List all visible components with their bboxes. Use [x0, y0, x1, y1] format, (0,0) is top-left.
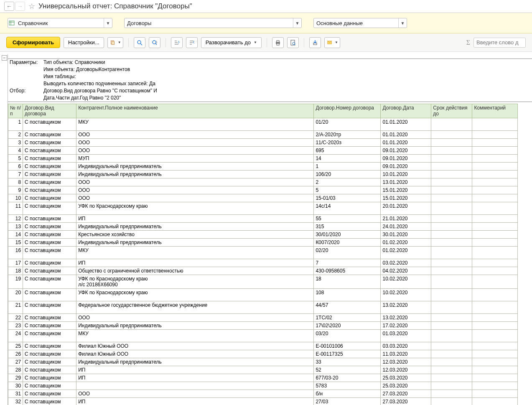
svg-line-6 [140, 43, 142, 45]
cell-type: С поставщиком [23, 147, 76, 155]
cell-counterparty: Филиал Южный ООО [76, 342, 314, 350]
table-row[interactable]: 2С поставщикомООО2/А-2020тр01.01.2020 [8, 131, 518, 139]
col-date[interactable]: Договор.Дата [381, 104, 431, 118]
svg-rect-16 [277, 41, 279, 42]
table-row[interactable]: 15С поставщикомИндивидуальный предприним… [8, 239, 518, 247]
chevron-down-icon[interactable]: ▼ [104, 18, 112, 28]
generate-button[interactable]: Сформировать [6, 37, 60, 48]
table-row[interactable]: 32С поставщикомИП27/0327.03.2020 [8, 398, 518, 405]
cell-counterparty: УФК по Краснодарскому краю [76, 289, 314, 301]
cell-counterparty: ИП [76, 398, 314, 405]
clipboard-icon [110, 40, 115, 46]
cell-contract-number: 55 [314, 215, 381, 223]
cell-comment [472, 171, 518, 178]
cell-date: 12.03.2020 [381, 358, 431, 366]
chevron-down-icon[interactable]: ▼ [293, 18, 301, 28]
table-row[interactable]: 19С поставщикомУФК по Краснодарскому кра… [8, 275, 518, 289]
search-input[interactable] [473, 38, 526, 48]
select-value: Справочник [15, 20, 104, 26]
expand-groups-button[interactable] [171, 37, 183, 48]
table-row[interactable]: 27С поставщикомИндивидуальный предприним… [8, 358, 518, 366]
col-type[interactable]: Договор.Вид договора [23, 104, 76, 118]
collapse-groups-button[interactable] [186, 37, 198, 48]
table-row[interactable]: 23С поставщикомИндивидуальный предприним… [8, 322, 518, 330]
preview-button[interactable] [287, 37, 299, 48]
cell-type: С поставщиком [23, 215, 76, 223]
table-row[interactable]: 13С поставщикомИндивидуальный предприним… [8, 223, 518, 231]
cell-contract-number: 1ТС/02 [314, 314, 381, 322]
col-comment[interactable]: Комментарий [472, 104, 518, 118]
table-name-select[interactable]: Основные данные ▼ [313, 18, 407, 28]
variants-button[interactable]: ▼ [107, 37, 123, 48]
table-row[interactable]: 11С поставщикомУФК по Краснодарскому кра… [8, 202, 518, 215]
cell-date: 21.01.2020 [381, 215, 431, 223]
send-button[interactable]: ▼ [324, 37, 340, 48]
table-row[interactable]: 18С поставщикомОбщество с ограниченной о… [8, 267, 518, 275]
cell-comment [472, 223, 518, 231]
save-button[interactable] [309, 37, 321, 48]
forward-button[interactable]: → [15, 2, 25, 11]
find-next-button[interactable] [149, 37, 160, 48]
table-row[interactable]: 3С поставщикомООО11/С-2020з01.01.2020 [8, 139, 518, 147]
collapse-icon [189, 40, 195, 46]
col-contract-number[interactable]: Договор.Номер договора [314, 104, 381, 118]
table-row[interactable]: 21С поставщикомФедеральное государственн… [8, 301, 518, 314]
cell-validity [431, 382, 472, 390]
table-row[interactable]: 14С поставщикомКрестьянское хозяйство30/… [8, 231, 518, 239]
object-type-select[interactable]: Справочник ▼ [8, 18, 112, 28]
find-button[interactable] [134, 37, 145, 48]
cell-contract-number: Е-00117325 [314, 350, 381, 358]
table-row[interactable]: 20С поставщикомУФК по Краснодарскому кра… [8, 289, 518, 301]
table-row[interactable]: 12С поставщикомИП5521.01.2020 [8, 215, 518, 223]
back-button[interactable]: ← [4, 2, 14, 11]
cell-counterparty: МУП [76, 155, 314, 163]
cell-comment [472, 374, 518, 382]
table-row[interactable]: 22С поставщикомООО1ТС/0213.02.2020 [8, 314, 518, 322]
table-row[interactable]: 30С поставщиком578325.03.2020 [8, 382, 518, 390]
table-row[interactable]: 24С поставщикомМКУ03/2001.03.2020 [8, 330, 518, 342]
cell-counterparty: ИП [76, 215, 314, 223]
settings-button[interactable]: Настройки... [64, 37, 104, 48]
table-row[interactable]: 9С поставщикомООО515.01.2020 [8, 186, 518, 194]
table-row[interactable]: 8С поставщикомООО213.01.2020 [8, 178, 518, 186]
table-row[interactable]: 4С поставщикомООО69509.01.2020 [8, 147, 518, 155]
table-row[interactable]: 10С поставщикомООО15-01/0315.01.2020 [8, 194, 518, 202]
table-row[interactable]: 1С поставщикомМКУ01/2001.01.2020 [8, 118, 518, 131]
cell-number: 4 [8, 147, 23, 155]
outline-column: − [2, 54, 8, 405]
table-row[interactable]: 6С поставщикомИндивидуальный предпринима… [8, 163, 518, 171]
cell-type: С поставщиком [23, 239, 76, 247]
cell-validity [431, 139, 472, 147]
cell-counterparty: Федеральное государственное бюджетное уч… [76, 301, 314, 314]
cell-comment [472, 118, 518, 131]
cell-comment [472, 398, 518, 405]
cell-contract-number: 14 [314, 155, 381, 163]
table-row[interactable]: 17С поставщикомИП703.02.2020 [8, 259, 518, 267]
table-row[interactable]: 16С поставщикомМКУ02/2001.02.2020 [8, 247, 518, 259]
table-row[interactable]: 25С поставщикомФилиал Южный ОООЕ-0010100… [8, 342, 518, 350]
expand-to-button[interactable]: Разворачивать до ▼ [201, 37, 262, 48]
cell-type: С поставщиком [23, 390, 76, 398]
sum-icon[interactable]: Σ [466, 39, 470, 46]
cell-number: 28 [8, 366, 23, 374]
collapse-toggle[interactable]: − [2, 55, 7, 61]
table-row[interactable]: 29С поставщикомИП677/03-2025.03.2020 [8, 374, 518, 382]
cell-counterparty: ООО [76, 314, 314, 322]
cell-counterparty: Индивидуальный предприниматель [76, 322, 314, 330]
col-validity[interactable]: Срок действия до [431, 104, 472, 118]
chevron-down-icon[interactable]: ▼ [398, 18, 407, 28]
object-name-select[interactable]: Договоры ▼ [124, 18, 302, 28]
cell-comment [472, 239, 518, 247]
table-row[interactable]: 7С поставщикомИндивидуальный предпринима… [8, 171, 518, 178]
table-row[interactable]: 26С поставщикомФилиал Южный ОООЕ-0011732… [8, 350, 518, 358]
favorite-star-icon[interactable]: ☆ [28, 2, 35, 11]
table-row[interactable]: 31С поставщикомОООб/н27.03.2020 [8, 390, 518, 398]
divider [128, 38, 129, 47]
cell-type: С поставщиком [23, 155, 76, 163]
cell-comment [472, 147, 518, 155]
table-row[interactable]: 5С поставщикомМУП1409.01.2020 [8, 155, 518, 163]
col-counterparty[interactable]: Контрагент.Полное наименование [76, 104, 314, 118]
table-row[interactable]: 28С поставщикомИП5212.03.2020 [8, 366, 518, 374]
print-button[interactable] [272, 37, 284, 48]
col-number[interactable]: № п/п [8, 104, 23, 118]
